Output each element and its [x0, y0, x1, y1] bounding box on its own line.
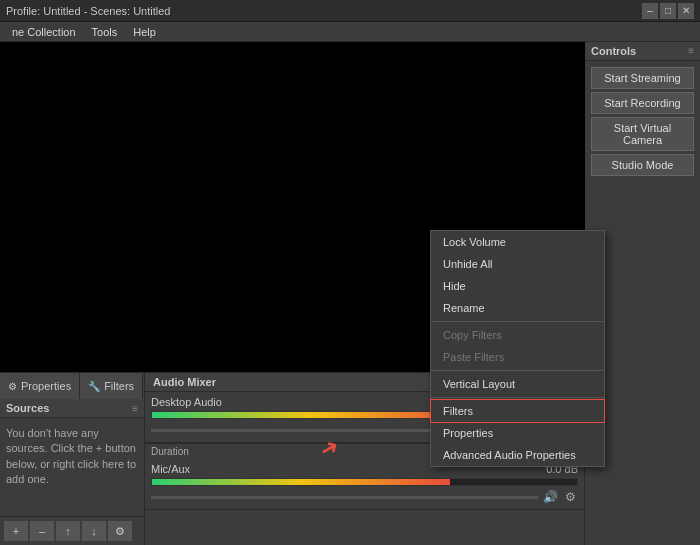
add-source-button[interactable]: + — [4, 521, 28, 541]
ctx-properties[interactable]: Properties — [431, 422, 604, 444]
ctx-advanced-audio[interactable]: Advanced Audio Properties — [431, 444, 604, 466]
desktop-volume-level — [152, 412, 471, 418]
studio-mode-button[interactable]: Studio Mode — [591, 154, 694, 176]
close-button[interactable]: ✕ — [678, 3, 694, 19]
tab-filters[interactable]: 🔧 Filters — [80, 373, 143, 399]
mic-audio-name: Mic/Aux — [151, 463, 190, 475]
sources-options-icon[interactable]: ≡ — [132, 403, 138, 414]
controls-title: Controls — [591, 45, 636, 57]
controls-header: Controls ≡ — [585, 42, 700, 61]
window-title: Profile: Untitled - Scenes: Untitled — [6, 5, 170, 17]
start-streaming-button[interactable]: Start Streaming — [591, 67, 694, 89]
ctx-divider-3 — [431, 397, 604, 398]
menu-help[interactable]: Help — [125, 22, 164, 41]
sources-panel: ⚙ Properties 🔧 Filters Sources ≡ You don… — [0, 373, 145, 545]
mic-settings-button[interactable]: ⚙ — [562, 489, 578, 505]
source-up-button[interactable]: ↑ — [56, 521, 80, 541]
ctx-vertical-layout[interactable]: Vertical Layout — [431, 373, 604, 395]
tab-properties-label: Properties — [21, 380, 71, 392]
ctx-divider-2 — [431, 370, 604, 371]
panel-tabs: ⚙ Properties 🔧 Filters — [0, 373, 144, 399]
ctx-copy-filters: Copy Filters — [431, 324, 604, 346]
start-virtual-camera-button[interactable]: Start Virtual Camera — [591, 117, 694, 151]
sources-header: Sources ≡ — [0, 399, 144, 418]
tab-filters-label: Filters — [104, 380, 134, 392]
menu-collection[interactable]: ne Collection — [4, 22, 84, 41]
sources-toolbar: + – ↑ ↓ ⚙ — [0, 516, 144, 545]
title-bar: Profile: Untitled - Scenes: Untitled – □… — [0, 0, 700, 22]
desktop-audio-name: Desktop Audio — [151, 396, 222, 408]
maximize-button[interactable]: □ — [660, 3, 676, 19]
ctx-unhide-all[interactable]: Unhide All — [431, 253, 604, 275]
gear-icon: ⚙ — [8, 381, 17, 392]
mic-volume-level — [152, 479, 450, 485]
mic-volume-bar — [151, 478, 578, 486]
ctx-lock-volume[interactable]: Lock Volume — [431, 231, 604, 253]
ctx-divider-1 — [431, 321, 604, 322]
remove-source-button[interactable]: – — [30, 521, 54, 541]
ctx-filters[interactable]: Filters — [431, 400, 604, 422]
ctx-rename[interactable]: Rename — [431, 297, 604, 319]
source-settings-button[interactable]: ⚙ — [108, 521, 132, 541]
start-recording-button[interactable]: Start Recording — [591, 92, 694, 114]
controls-buttons: Start Streaming Start Recording Start Vi… — [585, 61, 700, 182]
ctx-paste-filters: Paste Filters — [431, 346, 604, 368]
menu-bar: ne Collection Tools Help — [0, 22, 700, 42]
sources-empty-message: You don't have any sources. Click the + … — [0, 418, 144, 496]
menu-tools[interactable]: Tools — [84, 22, 126, 41]
minimize-button[interactable]: – — [642, 3, 658, 19]
context-menu: Lock Volume Unhide All Hide Rename Copy … — [430, 230, 605, 467]
source-down-button[interactable]: ↓ — [82, 521, 106, 541]
ctx-hide[interactable]: Hide — [431, 275, 604, 297]
mic-audio-controls: 🔊 ⚙ — [151, 489, 578, 505]
window-controls: – □ ✕ — [642, 3, 694, 19]
tab-properties[interactable]: ⚙ Properties — [0, 373, 80, 399]
mic-mute-button[interactable]: 🔊 — [542, 489, 558, 505]
filter-icon: 🔧 — [88, 381, 100, 392]
audio-mixer-title: Audio Mixer — [153, 376, 216, 388]
controls-options-icon[interactable]: ≡ — [688, 45, 694, 57]
sources-title: Sources — [6, 402, 49, 414]
mic-volume-slider[interactable] — [151, 496, 538, 499]
